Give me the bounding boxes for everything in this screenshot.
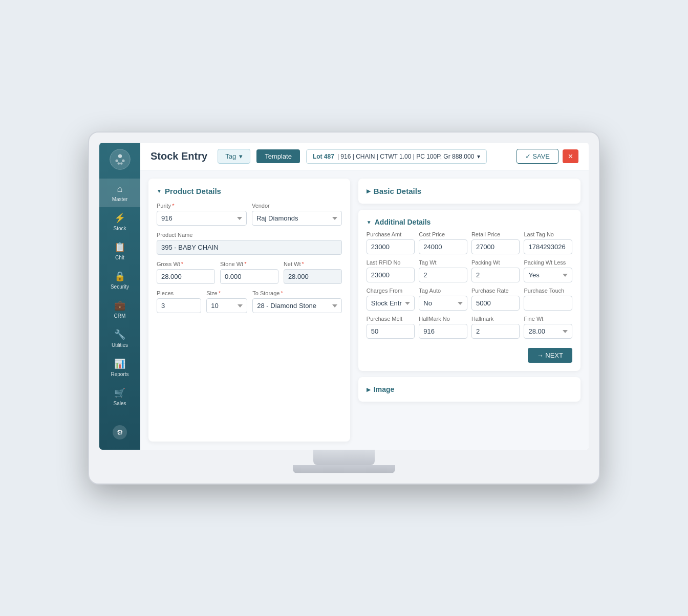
- pieces-label: Pieces: [157, 290, 201, 296]
- security-icon: 🔒: [114, 271, 125, 282]
- sidebar-item-reports[interactable]: 📊 Reports: [99, 353, 140, 382]
- tag-auto-select[interactable]: No: [419, 296, 467, 311]
- last-rfid-no-label: Last RFID No: [367, 259, 415, 266]
- sidebar-label-crm: CRM: [114, 313, 126, 319]
- sidebar-label-stock: Stock: [113, 226, 126, 231]
- fine-wt-group: Fine Wt 28.00: [524, 316, 572, 339]
- to-storage-label: To Storage: [252, 290, 342, 296]
- tag-button[interactable]: Tag ▾: [218, 149, 250, 164]
- svg-point-5: [120, 162, 122, 165]
- purchase-amt-group: Purchase Amt: [367, 231, 415, 254]
- net-wt-group: Net Wt: [284, 261, 342, 284]
- additional-details-card: Additinal Details Purchase Amt Cost Pric…: [358, 210, 580, 371]
- pieces-size-storage-row: Pieces Size 10 To Storage 28: [157, 290, 342, 313]
- sidebar: ⌂ Master ⚡ Stock 📋 Chit 🔒 Security 💼 CRM…: [99, 143, 140, 450]
- vendor-select[interactable]: Raj Diamonds: [252, 211, 342, 226]
- gross-wt-label: Gross Wt: [157, 261, 215, 267]
- weights-row: Gross Wt Stone Wt Net Wt: [157, 261, 342, 284]
- packing-wt-input[interactable]: [471, 268, 520, 282]
- packing-wt-label: Packing Wt: [471, 259, 520, 266]
- page-header: Stock Entry Tag ▾ Template Lot 487 | 916…: [140, 143, 589, 170]
- purity-label: Purity: [157, 203, 247, 209]
- packing-wt-less-select[interactable]: Yes: [524, 268, 572, 282]
- basic-details-card[interactable]: Basic Details: [358, 179, 580, 204]
- packing-wt-less-label: Packing Wt Less: [524, 259, 572, 266]
- gross-wt-group: Gross Wt: [157, 261, 215, 284]
- vendor-group: Vendor Raj Diamonds: [252, 203, 342, 226]
- purchase-melt-input[interactable]: [367, 324, 415, 339]
- lot-details: | 916 | CHAIN | CTWT 1.00 | PC 100P, Gr …: [337, 153, 474, 160]
- to-storage-select[interactable]: 28 - Diamond Stone: [252, 298, 342, 313]
- next-button[interactable]: → NEXT: [528, 348, 572, 363]
- chit-icon: 📋: [114, 241, 125, 253]
- last-tag-no-input[interactable]: [524, 239, 572, 254]
- cost-price-input[interactable]: [419, 239, 467, 254]
- product-details-card: Product Details Purity 916 Vendor: [148, 179, 350, 442]
- cost-price-label: Cost Price: [419, 231, 467, 237]
- reports-icon: 📊: [114, 358, 125, 369]
- additional-row-3: Charges From Stock Entry Tag Auto No: [367, 288, 572, 311]
- purchase-rate-input[interactable]: [471, 296, 520, 311]
- packing-wt-group: Packing Wt: [471, 259, 520, 282]
- stone-wt-input[interactable]: [220, 269, 278, 284]
- close-icon: ✕: [568, 152, 573, 160]
- last-rfid-no-input[interactable]: [367, 268, 415, 282]
- purchase-melt-label: Purchase Melt: [367, 316, 415, 322]
- last-rfid-no-group: Last RFID No: [367, 259, 415, 282]
- right-section: Basic Details Additinal Details Purchase…: [358, 179, 580, 442]
- monitor-base: [293, 465, 395, 473]
- svg-point-1: [118, 155, 121, 158]
- gross-wt-input[interactable]: [157, 269, 215, 284]
- charges-from-select[interactable]: Stock Entry: [367, 296, 415, 311]
- product-name-select[interactable]: 395 - BABY CHAIN: [157, 240, 342, 255]
- fine-wt-label: Fine Wt: [524, 316, 572, 322]
- sidebar-item-stock[interactable]: ⚡ Stock: [99, 207, 140, 236]
- purchase-touch-label: Purchase Touch: [524, 288, 572, 294]
- additional-row-4: Purchase Melt HallMark No Hallmark: [367, 316, 572, 339]
- sidebar-item-master[interactable]: ⌂ Master: [99, 179, 140, 207]
- tag-wt-input[interactable]: [419, 268, 467, 282]
- charges-from-group: Charges From Stock Entry: [367, 288, 415, 311]
- svg-point-0: [110, 149, 130, 170]
- size-select[interactable]: 10: [206, 298, 247, 313]
- purity-select[interactable]: 916: [157, 211, 247, 226]
- main-content: Stock Entry Tag ▾ Template Lot 487 | 916…: [140, 143, 589, 450]
- product-details-title: Product Details: [157, 187, 342, 195]
- purity-group: Purity 916: [157, 203, 247, 226]
- template-button[interactable]: Template: [256, 149, 300, 163]
- fine-wt-select[interactable]: 28.00: [524, 324, 572, 339]
- save-button[interactable]: ✓ SAVE: [517, 149, 558, 164]
- purchase-amt-input[interactable]: [367, 239, 415, 254]
- sidebar-label-chit: Chit: [115, 255, 124, 260]
- retail-price-input[interactable]: [471, 239, 520, 254]
- hallmark-no-input[interactable]: [419, 324, 467, 339]
- header-actions: ✓ SAVE ✕: [517, 149, 578, 164]
- sidebar-label-reports: Reports: [111, 371, 128, 377]
- hallmark-input[interactable]: [471, 324, 520, 339]
- purchase-melt-group: Purchase Melt: [367, 316, 415, 339]
- sidebar-item-sales[interactable]: 🛒 Sales: [99, 382, 140, 411]
- net-wt-input[interactable]: [284, 269, 342, 284]
- settings-button[interactable]: ⚙: [113, 425, 127, 439]
- next-label: → NEXT: [537, 351, 563, 359]
- stock-icon: ⚡: [114, 212, 125, 224]
- lot-badge: Lot 487 | 916 | CHAIN | CTWT 1.00 | PC 1…: [306, 149, 487, 164]
- pieces-input[interactable]: [157, 298, 201, 313]
- product-name-group: Product Name 395 - BABY CHAIN: [157, 232, 342, 255]
- sidebar-item-utilities[interactable]: 🔧 Utilities: [99, 324, 140, 353]
- sidebar-item-security[interactable]: 🔒 Security: [99, 266, 140, 295]
- image-section-title: Image: [367, 385, 572, 393]
- home-icon: ⌂: [117, 184, 123, 194]
- sidebar-item-chit[interactable]: 📋 Chit: [99, 236, 140, 266]
- close-button[interactable]: ✕: [563, 149, 578, 163]
- svg-point-3: [122, 160, 124, 162]
- basic-details-title: Basic Details: [367, 187, 572, 195]
- monitor-stand: [313, 450, 375, 465]
- page-title: Stock Entry: [150, 150, 207, 162]
- sidebar-label-utilities: Utilities: [112, 342, 128, 348]
- stone-wt-label: Stone Wt: [220, 261, 278, 267]
- purchase-touch-input[interactable]: [524, 296, 572, 311]
- sales-icon: 🛒: [114, 387, 125, 399]
- lot-dropdown-icon: ▾: [477, 153, 480, 160]
- sidebar-item-crm[interactable]: 💼 CRM: [99, 295, 140, 324]
